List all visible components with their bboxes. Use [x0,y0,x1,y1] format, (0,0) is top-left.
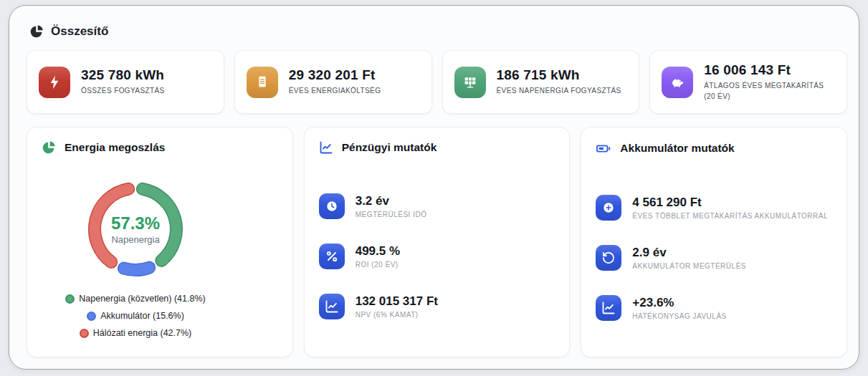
metric-label: MEGTÉRÜLÉSI IDŐ [356,211,427,218]
percent-icon [319,244,345,269]
metric-value: 132 015 317 Ft [356,294,438,309]
panel-header: Pénzügyi mutatók [319,140,555,155]
legend-label: Napenergia (közvetlen) (41.8%) [79,294,205,304]
panel-energy-distribution: Energia megoszlás 57.3% Napenergia Napen… [27,127,293,357]
stat-card-solar-consumption: 186 715 kWh ÉVES NAPENERGIA FOGYASZTÁS [442,50,640,114]
donut-center: 57.3% Napenergia [81,175,190,284]
metric-value: +23.6% [632,296,726,310]
solar-panel-icon [454,67,486,98]
metric-npv: 132 015 317 Ft NPV (6% KAMAT) [319,294,555,319]
stats-row: 325 780 kWh ÖSSZES FOGYASZTÁS 29 320 201… [27,50,847,114]
receipt-icon [247,67,278,98]
stat-label: ÉVES ENERGIAKÖLTSÉG [289,86,381,97]
panels-row: Energia megoszlás 57.3% Napenergia Napen… [27,127,847,357]
chart-line-icon [596,295,621,321]
panel-title: Akkumulátor mutatók [620,142,734,155]
plus-circle-icon [596,195,621,221]
metric-payback-time: 3.2 év MEGTÉRÜLÉSI IDŐ [319,193,555,219]
metric-battery-payback: 2.9 év AKKUMULÁTOR MEGTÉRÜLÉS [596,245,832,271]
stat-label: ÁTLAGOS ÉVES MEGTAKARÍTÁS (20 ÉV) [704,81,835,102]
metric-label: NPV (6% KAMAT) [356,311,438,319]
stat-card-total-consumption: 325 780 kWh ÖSSZES FOGYASZTÁS [27,50,224,114]
metric-value: 2.9 év [632,246,746,260]
pie-chart-icon [29,24,44,39]
metric-text: 3.2 év MEGTÉRÜLÉSI IDŐ [356,194,427,218]
legend-dot-blue [87,312,96,321]
legend-item-grid-energy: Hálózati energia (42.7%) [80,328,192,338]
stat-label: ÉVES NAPENERGIA FOGYASZTÁS [497,86,621,97]
legend-label: Akkumulátor (15.6%) [100,311,184,321]
legend-dot-red [80,329,89,338]
stat-text: 186 715 kWh ÉVES NAPENERGIA FOGYASZTÁS [497,67,621,97]
panel-battery-indicators: Akkumulátor mutatók 4 561 290 Ft ÉVES TÖ… [581,127,847,357]
panel-financial-indicators: Pénzügyi mutatók 3.2 év MEGTÉRÜLÉSI IDŐ [304,127,571,357]
panel-header: Akkumulátor mutatók [596,140,832,156]
metric-efficiency-gain: +23.6% HATÉKONYSÁG JAVULÁS [596,295,832,321]
stat-label: ÖSSZES FOGYASZTÁS [81,86,165,97]
legend-item-battery: Akkumulátor (15.6%) [87,311,184,321]
stat-value: 186 715 kWh [497,67,621,83]
metric-text: 132 015 317 Ft NPV (6% KAMAT) [356,294,438,319]
stat-value: 325 780 kWh [81,67,165,83]
metric-value: 3.2 év [356,194,427,208]
stat-text: 325 780 kWh ÖSSZES FOGYASZTÁS [81,67,165,97]
stat-card-average-savings: 16 006 143 Ft ÁTLAGOS ÉVES MEGTAKARÍTÁS … [649,50,847,114]
page-title: Összesítő [51,24,108,39]
panel-header: Energia megoszlás [42,140,278,155]
legend-label: Hálózati energia (42.7%) [93,328,192,338]
legend-dot-green [65,294,75,304]
metric-value: 499.5 % [356,244,400,259]
pie-chart-icon [42,140,56,155]
chart-legend: Napenergia (közvetlen) (41.8%) Akkumulát… [42,294,229,338]
donut-center-value: 57.3% [111,213,160,233]
battery-icon [596,140,611,156]
lightning-icon [39,67,70,98]
metric-label: ROI (20 ÉV) [356,261,400,269]
chart-line-icon [319,140,333,155]
donut-center-label: Napenergia [111,234,159,245]
metric-text: 4 561 290 Ft ÉVES TÖBBLET MEGTAKARÍTÁS A… [632,196,828,220]
metric-text: +23.6% HATÉKONYSÁG JAVULÁS [632,296,726,320]
summary-dashboard: Összesítő 325 780 kWh ÖSSZES FOGYASZTÁS [9,5,859,370]
metric-label: HATÉKONYSÁG JAVULÁS [632,312,726,320]
legend-item-solar-direct: Napenergia (közvetlen) (41.8%) [65,294,205,304]
donut: 57.3% Napenergia [81,175,190,284]
stat-card-annual-cost: 29 320 201 Ft ÉVES ENERGIAKÖLTSÉG [234,50,432,114]
metric-roi: 499.5 % ROI (20 ÉV) [319,244,555,269]
rotate-ccw-icon [596,245,621,271]
chart-line-icon [319,294,345,319]
panel-title: Energia megoszlás [65,141,165,154]
metric-text: 499.5 % ROI (20 ÉV) [356,244,400,269]
stat-text: 29 320 201 Ft ÉVES ENERGIAKÖLTSÉG [289,67,381,97]
metric-text: 2.9 év AKKUMULÁTOR MEGTÉRÜLÉS [632,246,746,270]
clock-icon [319,193,345,219]
metric-label: AKKUMULÁTOR MEGTÉRÜLÉS [632,262,746,270]
piggy-bank-icon [662,67,693,98]
stat-text: 16 006 143 Ft ÁTLAGOS ÉVES MEGTAKARÍTÁS … [704,62,835,102]
page-header: Összesítő [29,24,847,39]
stat-value: 29 320 201 Ft [289,67,381,83]
energy-donut-chart: 57.3% Napenergia Napenergia (közvetlen) … [42,175,229,338]
metric-extra-savings: 4 561 290 Ft ÉVES TÖBBLET MEGTAKARÍTÁS A… [596,195,832,221]
panel-title: Pénzügyi mutatók [342,141,437,154]
stat-value: 16 006 143 Ft [704,62,835,78]
metric-label: ÉVES TÖBBLET MEGTAKARÍTÁS AKKUMULÁTORRAL [632,212,828,220]
metric-value: 4 561 290 Ft [632,196,828,210]
